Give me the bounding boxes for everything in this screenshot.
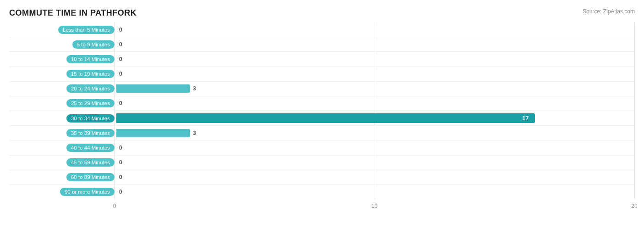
bar-label: Less than 5 Minutes [9, 26, 115, 34]
bar-value: 0 [119, 189, 122, 195]
bar-row: 45 to 59 Minutes0 [9, 156, 635, 170]
bar-track: 0 [115, 171, 635, 184]
bar-label: 35 to 39 Minutes [9, 129, 115, 137]
bar-value: 0 [119, 159, 122, 166]
bar-row: 30 to 34 Minutes17 [9, 111, 635, 126]
bar-track: 0 [115, 53, 635, 65]
bar-label: 15 to 19 Minutes [9, 70, 115, 78]
bar-value: 0 [119, 27, 122, 33]
bar-label: 5 to 9 Minutes [9, 40, 115, 49]
bar-label-pill: 10 to 14 Minutes [66, 55, 115, 63]
axis-label: 10 [371, 203, 377, 209]
bar-label-pill: 45 to 59 Minutes [66, 158, 115, 167]
bar-fill [116, 113, 535, 123]
bar-track: 0 [115, 141, 635, 154]
bar-label-pill: 20 to 24 Minutes [66, 84, 115, 93]
bar-label: 90 or more Minutes [9, 188, 115, 196]
bar-value: 0 [119, 71, 122, 77]
bar-value: 3 [193, 130, 196, 136]
bar-label-pill: 5 to 9 Minutes [72, 40, 115, 49]
bar-track: 0 [115, 23, 635, 36]
bar-label-pill: 40 to 44 Minutes [66, 144, 115, 152]
bar-row: 40 to 44 Minutes0 [9, 140, 635, 155]
bar-label: 25 to 29 Minutes [9, 99, 115, 107]
bar-value: 0 [119, 174, 122, 180]
chart-container: COMMUTE TIME IN PATHFORK Source: ZipAtla… [0, 0, 644, 240]
bar-label-pill: 30 to 34 Minutes [66, 114, 115, 123]
bar-label-pill: 60 to 89 Minutes [66, 173, 115, 181]
bar-label: 30 to 34 Minutes [9, 114, 115, 123]
bar-label: 10 to 14 Minutes [9, 55, 115, 63]
bar-label-pill: 90 or more Minutes [60, 188, 115, 196]
axis-label: 0 [113, 203, 116, 209]
bar-track: 3 [115, 127, 635, 139]
bar-track: 0 [115, 156, 635, 169]
bar-row: 20 to 24 Minutes3 [9, 82, 635, 96]
bar-value: 0 [119, 56, 122, 62]
bar-track: 0 [115, 186, 635, 198]
bar-row: 10 to 14 Minutes0 [9, 52, 635, 67]
bars-area: Less than 5 Minutes05 to 9 Minutes010 to… [9, 22, 635, 199]
axis-label: 20 [631, 203, 637, 209]
bar-label: 45 to 59 Minutes [9, 158, 115, 167]
bar-label-pill: 15 to 19 Minutes [66, 70, 115, 78]
bar-value: 0 [119, 41, 122, 48]
bar-row: 35 to 39 Minutes3 [9, 126, 635, 140]
bar-row: Less than 5 Minutes0 [9, 22, 635, 37]
bar-value: 17 [522, 115, 529, 122]
bar-label: 60 to 89 Minutes [9, 173, 115, 181]
bar-value: 0 [119, 100, 122, 106]
bar-row: 60 to 89 Minutes0 [9, 170, 635, 185]
bar-fill [116, 129, 190, 137]
bar-value: 3 [193, 85, 196, 92]
bar-label: 20 to 24 Minutes [9, 84, 115, 93]
chart-header: COMMUTE TIME IN PATHFORK Source: ZipAtla… [9, 8, 635, 18]
chart-title: COMMUTE TIME IN PATHFORK [9, 8, 136, 18]
chart-body: 01020 Less than 5 Minutes05 to 9 Minutes… [9, 22, 635, 213]
bar-track: 0 [115, 38, 635, 50]
bar-row: 15 to 19 Minutes0 [9, 67, 635, 82]
bar-fill [116, 84, 190, 93]
bar-row: 90 or more Minutes0 [9, 185, 635, 199]
bar-label: 40 to 44 Minutes [9, 144, 115, 152]
bar-track: 17 [115, 112, 635, 124]
chart-source: Source: ZipAtlas.com [583, 8, 635, 15]
bar-row: 5 to 9 Minutes0 [9, 37, 635, 52]
bar-value: 0 [119, 145, 122, 151]
bar-track: 0 [115, 97, 635, 110]
bar-label-pill: Less than 5 Minutes [58, 26, 115, 34]
bar-label-pill: 35 to 39 Minutes [66, 129, 115, 137]
bar-track: 0 [115, 68, 635, 80]
bar-track: 3 [115, 83, 635, 95]
bar-row: 25 to 29 Minutes0 [9, 96, 635, 111]
bar-label-pill: 25 to 29 Minutes [66, 99, 115, 107]
